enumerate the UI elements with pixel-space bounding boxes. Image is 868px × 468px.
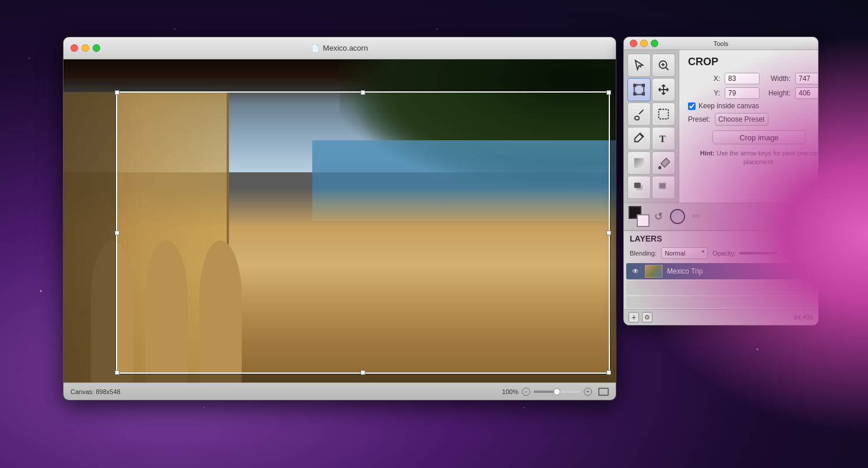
crop-overlay-top [63, 59, 616, 91]
crop-handle-top-right[interactable] [606, 90, 611, 95]
hint-label: Hint: [700, 150, 715, 157]
canvas-size-label: Canvas: 898x548 [70, 388, 121, 395]
keep-inside-row: Keep inside canvas [688, 102, 818, 110]
fullscreen-icon[interactable] [598, 388, 609, 396]
height-input[interactable] [795, 87, 818, 99]
opacity-slider[interactable] [739, 252, 780, 254]
crop-handle-top-left[interactable] [115, 90, 119, 95]
eraser-tool-button[interactable] [627, 127, 651, 150]
x-input[interactable] [725, 73, 760, 84]
layer-gear-button[interactable]: ⚙ [642, 312, 652, 322]
layer-thumbnail [645, 265, 662, 278]
zoom-thumb [553, 388, 560, 395]
crop-overlay-bottom [63, 374, 616, 382]
zoom-value: 100% [502, 388, 518, 395]
opacity-label: Opacity: [712, 250, 736, 257]
tools-traffic-lights [630, 40, 658, 47]
opacity-row: Opacity: 100% [712, 250, 800, 257]
preset-select[interactable]: Choose Preset Square 4:3 16:9 Custom [715, 113, 768, 126]
move-tool-button[interactable] [652, 78, 675, 101]
gradient-tool-button[interactable] [627, 151, 651, 175]
maximize-button[interactable] [93, 44, 100, 52]
crop-handle-middle-right[interactable] [606, 231, 611, 235]
layers-section: LAYERS Blending: Normal Multiply Screen … [624, 231, 818, 325]
dropper-icon[interactable]: ✏ [692, 210, 701, 223]
main-window: 📄 Mexico.acorn [63, 37, 616, 400]
svg-rect-10 [659, 109, 669, 119]
zoom-out-icon[interactable]: − [522, 388, 530, 396]
text-tool-button[interactable]: T [652, 127, 675, 150]
keep-inside-checkbox[interactable] [688, 102, 696, 110]
empty-layer-slot [626, 281, 816, 295]
crop-handle-bottom-middle[interactable] [361, 370, 365, 375]
pointer-tool-button[interactable] [627, 54, 651, 77]
shadow-tool-button[interactable] [627, 176, 651, 199]
crop-handle-bottom-left[interactable] [115, 370, 119, 375]
x-label: X: [688, 75, 720, 83]
zoom-in-icon[interactable]: + [584, 388, 592, 396]
file-icon: 📄 [311, 44, 320, 52]
window-title: 📄 Mexico.acorn [311, 44, 368, 52]
tools-panel-title: Tools [714, 40, 729, 47]
svg-line-2 [666, 68, 669, 70]
crop-image-button[interactable]: Crop image [712, 130, 806, 144]
preset-row: Preset: Choose Preset Square 4:3 16:9 Cu… [688, 113, 818, 126]
swap-colors-icon[interactable]: ↺ [654, 210, 663, 223]
window-title-text: Mexico.acorn [323, 44, 368, 52]
inner-shadow-tool-button[interactable] [652, 176, 675, 199]
tools-panel: Tools [623, 37, 818, 325]
layer-coords: 94,496 [793, 314, 813, 321]
canvas-area[interactable] [63, 59, 616, 382]
svg-rect-17 [660, 184, 665, 188]
width-label: Width: [764, 75, 791, 83]
opacity-thumb [777, 250, 782, 256]
tools-minimize-button[interactable] [640, 40, 648, 47]
zoom-tool-button[interactable] [652, 54, 675, 77]
layer-controls: + ⚙ 94,496 [624, 309, 818, 325]
y-label: Y: [688, 89, 720, 97]
minimize-button[interactable] [82, 44, 89, 52]
width-input[interactable] [795, 73, 818, 84]
tools-body: T [624, 50, 818, 203]
main-window-titlebar: 📄 Mexico.acorn [63, 37, 616, 59]
brush-tool-button[interactable] [627, 102, 651, 126]
svg-rect-9 [643, 93, 645, 95]
selection-tool-button[interactable] [652, 102, 675, 126]
svg-rect-8 [634, 93, 636, 95]
blending-select[interactable]: Normal Multiply Screen Overlay [661, 247, 708, 259]
traffic-lights [70, 44, 100, 52]
tools-maximize-button[interactable] [651, 40, 658, 47]
hint-text: Use the arrow keys for pixel precise pla… [717, 150, 818, 165]
hint-area: Hint: Use the arrow keys for pixel preci… [688, 149, 818, 170]
add-layer-button[interactable]: + [629, 312, 639, 322]
svg-rect-13 [634, 158, 644, 168]
crop-handle-middle-left[interactable] [115, 231, 119, 235]
layer-name: Mexico Trip [667, 267, 811, 275]
layers-title: LAYERS [624, 231, 818, 246]
crop-settings: CROP X: Width: Y: Height: [679, 50, 818, 176]
blending-select-wrapper: Normal Multiply Screen Overlay [661, 247, 708, 259]
crop-title: CROP [688, 56, 818, 68]
svg-text:T: T [659, 133, 666, 144]
blending-row: Blending: Normal Multiply Screen Overlay… [624, 246, 818, 262]
svg-rect-7 [643, 84, 645, 87]
preset-select-wrapper: Choose Preset Square 4:3 16:9 Custom [715, 113, 818, 126]
crop-handle-top-middle[interactable] [361, 90, 365, 95]
background-color-swatch[interactable] [637, 214, 650, 227]
tools-titlebar: Tools [624, 37, 818, 50]
crop-handle-bottom-right[interactable] [606, 370, 611, 375]
transform-tool-button[interactable] [627, 78, 651, 101]
layer-item[interactable]: 👁 Mexico Trip [626, 263, 816, 279]
layer-visibility-icon[interactable]: 👁 [631, 267, 640, 276]
y-input[interactable] [725, 87, 760, 99]
preset-label: Preset: [688, 115, 710, 123]
svg-rect-6 [634, 84, 636, 87]
x-width-row: X: Width: [688, 73, 818, 84]
crop-selection[interactable] [116, 91, 610, 374]
tools-close-button[interactable] [630, 40, 637, 47]
blending-label: Blending: [630, 250, 657, 257]
fill-tool-button[interactable] [652, 151, 675, 175]
y-height-row: Y: Height: [688, 87, 818, 99]
zoom-slider[interactable] [534, 391, 580, 393]
close-button[interactable] [70, 44, 78, 52]
